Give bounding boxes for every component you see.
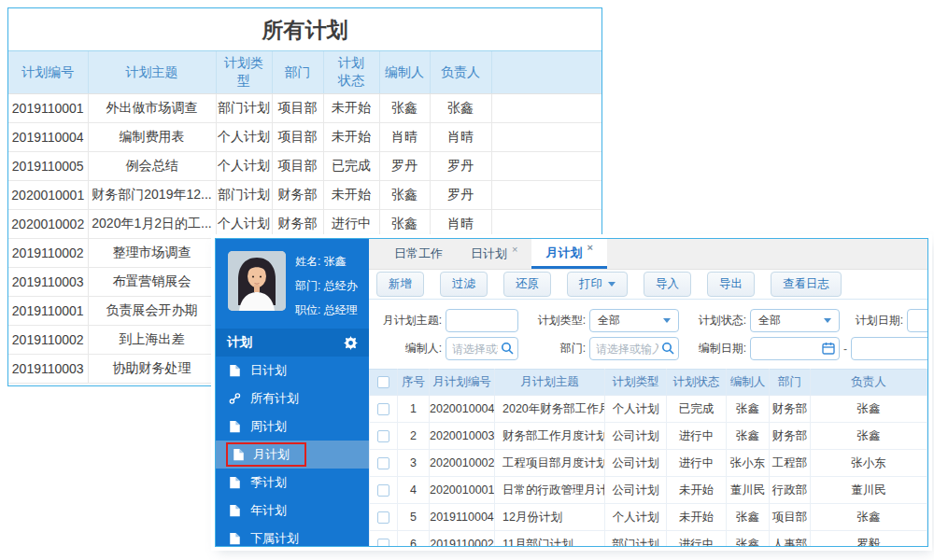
- cell: 财务部: [770, 396, 811, 423]
- sidebar-item-subordinate-plan[interactable]: 下属计划: [216, 525, 369, 553]
- cell: 个人计划: [605, 396, 667, 423]
- sidebar-item-all-plans[interactable]: 所有计划: [216, 385, 369, 413]
- plan-date-input[interactable]: [907, 309, 927, 332]
- tab-monthly-plan[interactable]: 月计划 ×: [531, 239, 606, 269]
- cell: 未开始: [323, 93, 379, 122]
- creator-link[interactable]: 张鑫: [727, 504, 770, 531]
- row-checkbox[interactable]: [377, 430, 389, 442]
- close-icon[interactable]: ×: [512, 244, 517, 255]
- creator-link[interactable]: 张鑫: [727, 396, 770, 423]
- cell: 人事部: [770, 531, 811, 547]
- table-row: 2019110004编制费用表个人计划项目部未开始肖晴肖晴: [8, 122, 601, 151]
- profile-dept: 部门: 总经办: [295, 278, 358, 294]
- search-icon[interactable]: [501, 342, 514, 355]
- plan-id-link[interactable]: 2020010002: [430, 450, 495, 477]
- tab-daily-plan[interactable]: 日计划 ×: [457, 239, 531, 269]
- plan-id-link[interactable]: 2019110004: [430, 504, 495, 531]
- plan-subject-link[interactable]: 工程项目部月度计划: [495, 450, 605, 477]
- print-button[interactable]: 打印: [567, 272, 628, 297]
- plan-id-link[interactable]: 2020010004: [430, 396, 495, 423]
- sidebar-item-monthly-plan[interactable]: 月计划: [216, 441, 369, 469]
- cell: 未开始: [323, 180, 379, 209]
- close-icon[interactable]: ×: [587, 242, 592, 253]
- cell: 罗丹: [379, 151, 430, 180]
- date-range-dash: -: [843, 343, 847, 356]
- button-label: 导入: [656, 276, 679, 292]
- creator-link[interactable]: 张鑫: [727, 423, 770, 450]
- plan-id-link[interactable]: 2020010003: [430, 423, 495, 450]
- search-icon[interactable]: [661, 342, 674, 355]
- sidebar-item-label: 周计划: [250, 418, 287, 435]
- make-date-end-input[interactable]: [851, 337, 927, 360]
- col-plan-subject: 月计划主题: [495, 370, 605, 396]
- restore-button[interactable]: 还原: [503, 272, 551, 297]
- cell: [491, 122, 601, 151]
- col-creator: 编制人: [379, 51, 430, 93]
- status-filter-label: 计划状态:: [688, 313, 746, 329]
- sidebar-item-label: 下属计划: [250, 530, 299, 547]
- plan-id-link[interactable]: 2020010001: [430, 477, 495, 504]
- row-checkbox[interactable]: [377, 403, 389, 415]
- plan-subject-link[interactable]: 日常的行政管理月计划: [495, 477, 605, 504]
- creator-link[interactable]: 董川民: [727, 477, 770, 504]
- plan-subject-link[interactable]: 2020年财务部工作月...: [495, 396, 605, 423]
- select-all-checkbox[interactable]: [377, 376, 389, 388]
- owner-link[interactable]: 张鑫: [811, 504, 927, 531]
- col-plan-type: 计划类型: [216, 51, 272, 93]
- button-label: 还原: [516, 276, 539, 292]
- filter-button[interactable]: 过滤: [440, 272, 488, 297]
- owner-link[interactable]: 张鑫: [811, 423, 927, 450]
- subject-filter-input[interactable]: [446, 309, 518, 332]
- plan-status-select[interactable]: 全部: [750, 309, 840, 332]
- cell: 工程部: [770, 450, 811, 477]
- cell: 财务部: [272, 180, 323, 209]
- file-icon: [229, 420, 241, 433]
- import-button[interactable]: 导入: [644, 272, 691, 297]
- sidebar-item-quarterly-plan[interactable]: 季计划: [216, 469, 369, 497]
- col-creator: 编制人: [727, 370, 770, 396]
- button-label: 打印: [579, 276, 602, 292]
- table-row: 1 2020010004 2020年财务部工作月... 个人计划 已完成 张鑫 …: [370, 396, 927, 423]
- cell: 2020010002: [8, 209, 88, 238]
- plan-subject-link[interactable]: 11月部门计划: [495, 531, 605, 547]
- subject-filter-label: 月计划主题:: [371, 313, 442, 329]
- cell: 2019110002: [8, 238, 88, 267]
- tab-daily-work[interactable]: 日常工作: [380, 239, 457, 269]
- row-checkbox[interactable]: [377, 457, 389, 469]
- table-row: 2019110005例会总结个人计划项目部已完成罗丹罗丹: [8, 151, 601, 180]
- view-log-button[interactable]: 查看日志: [771, 272, 842, 297]
- plan-type-select[interactable]: 全部: [589, 309, 679, 332]
- file-icon: [233, 448, 245, 461]
- cell: 财务部: [272, 209, 323, 238]
- cell: 1: [398, 396, 430, 423]
- sidebar-item-label: 月计划: [253, 446, 290, 463]
- checkbox-cell: [370, 531, 398, 547]
- row-checkbox[interactable]: [377, 511, 389, 524]
- cell: 部门计划: [216, 93, 272, 122]
- plan-subject-link[interactable]: 财务部工作月度计划: [495, 423, 605, 450]
- filter-panel: 月计划主题: 计划类型: 全部 计划状态: 全部 计划日期: 编制人:: [369, 300, 927, 369]
- owner-link[interactable]: 罗毅: [811, 531, 927, 547]
- portrait-image: [228, 251, 286, 311]
- owner-link[interactable]: 张小东: [811, 450, 927, 477]
- plan-id-link[interactable]: 2019110002: [430, 531, 495, 547]
- row-checkbox[interactable]: [377, 539, 389, 547]
- table-row: 6 2019110002 11月部门计划 部门计划 进行中 张鑫 人事部 罗毅: [370, 531, 927, 547]
- plan-subject-link[interactable]: 12月份计划: [495, 504, 605, 531]
- export-button[interactable]: 导出: [707, 272, 755, 297]
- creator-link[interactable]: 张小东: [727, 450, 770, 477]
- add-button[interactable]: 新增: [376, 272, 424, 297]
- cell: 肖晴: [430, 209, 491, 238]
- row-checkbox[interactable]: [377, 484, 389, 497]
- cell: 财务部: [770, 423, 811, 450]
- cell: 个人计划: [216, 151, 272, 180]
- owner-link[interactable]: 张鑫: [811, 396, 927, 423]
- cell: 张鑫: [379, 209, 430, 238]
- sidebar-item-yearly-plan[interactable]: 年计划: [216, 497, 369, 525]
- owner-link[interactable]: 董川民: [811, 477, 927, 504]
- gear-icon[interactable]: [344, 336, 358, 350]
- calendar-icon[interactable]: [822, 342, 835, 355]
- sidebar-item-daily-plan[interactable]: 日计划: [216, 357, 369, 385]
- sidebar-item-weekly-plan[interactable]: 周计划: [216, 413, 369, 441]
- creator-link[interactable]: 张鑫: [727, 531, 770, 547]
